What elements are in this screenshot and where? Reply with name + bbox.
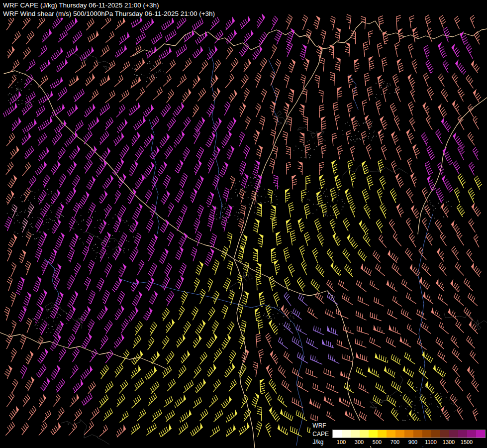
legend-label-model: WRF <box>312 422 329 429</box>
legend-swatch <box>333 430 342 438</box>
legend-label-variable: CAPE <box>312 431 329 438</box>
legend-tick: 1500 <box>461 439 473 445</box>
legend-tick: 1100 <box>425 439 437 445</box>
legend-tick: 1300 <box>443 439 455 445</box>
legend-swatch <box>360 430 369 438</box>
legend-swatch <box>458 430 467 438</box>
legend-swatch <box>378 430 387 438</box>
legend-swatch <box>395 430 404 438</box>
map-canvas <box>0 0 487 448</box>
legend-swatch <box>413 430 422 438</box>
wind-barbs-layer <box>3 13 482 438</box>
legend-tick-labels: 100300500700900110013001500 <box>332 438 485 446</box>
legend-scale: 100300500700900110013001500 <box>332 430 486 446</box>
wind-barbs-pink <box>11 204 34 232</box>
legend-color-bar <box>332 430 486 438</box>
map-titles: WRF CAPE (J/kg) Thursday 06-11-2025 21:0… <box>1 1 216 18</box>
legend-label-unit: J/kg <box>312 439 329 446</box>
title-windshear-line: WRF Wind shear (m/s) 500/1000hPa Thursda… <box>1 9 216 18</box>
legend-swatch <box>369 430 378 438</box>
legend-swatch <box>476 430 485 438</box>
legend-swatch <box>431 430 440 438</box>
legend-tick: 500 <box>373 439 382 445</box>
legend-swatch <box>449 430 458 438</box>
legend-swatch <box>404 430 413 438</box>
legend-tick: 300 <box>355 439 364 445</box>
legend-swatch <box>387 430 395 438</box>
legend-tick: 900 <box>408 439 417 445</box>
legend-swatch <box>440 430 449 438</box>
wind-barb-pennants-violet <box>322 326 330 345</box>
title-cape-line: WRF CAPE (J/kg) Thursday 06-11-2025 21:0… <box>1 1 161 9</box>
legend-tick: 700 <box>390 439 399 445</box>
legend-swatch <box>351 430 360 438</box>
legend-swatch <box>422 430 431 438</box>
legend-swatch <box>342 430 351 438</box>
legend-label-column: WRF CAPE J/kg <box>312 422 329 446</box>
legend-swatch <box>467 430 476 438</box>
legend-tick: 100 <box>337 439 346 445</box>
cape-legend: WRF CAPE J/kg 10030050070090011001300150… <box>310 421 487 446</box>
wind-barbs-violet <box>279 292 340 364</box>
weather-map-stage: WRF CAPE (J/kg) Thursday 06-11-2025 21:0… <box>0 0 487 448</box>
